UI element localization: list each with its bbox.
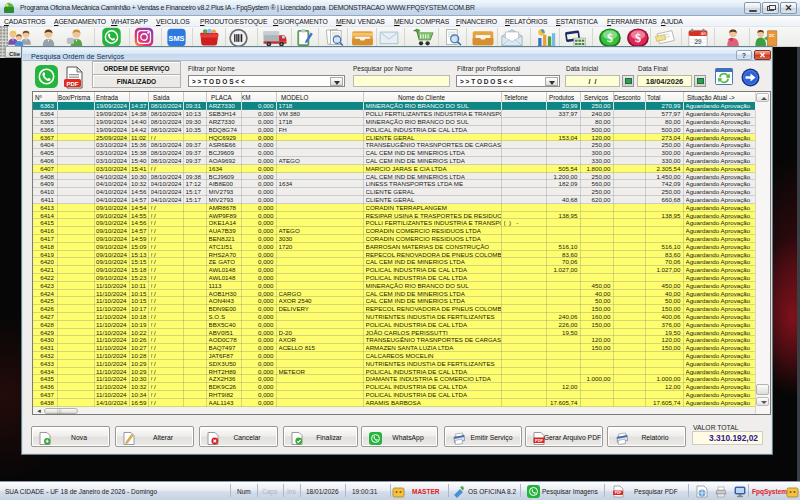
svg-text:PDF: PDF <box>67 81 79 87</box>
svg-text:DC: DC <box>769 33 775 37</box>
svg-text:PDF: PDF <box>615 491 621 495</box>
svg-text:$: $ <box>607 31 613 45</box>
svg-text:$: $ <box>635 31 641 45</box>
svg-text:SMS: SMS <box>169 34 185 43</box>
svg-text:JAN: JAN <box>700 32 707 36</box>
